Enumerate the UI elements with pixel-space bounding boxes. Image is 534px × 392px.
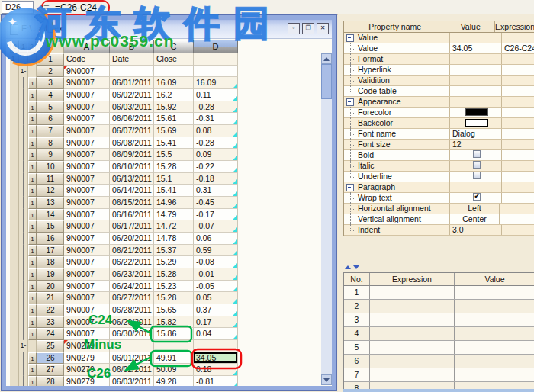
cell-date[interactable]: 06/29/2011 (110, 316, 154, 329)
property-expression[interactable] (500, 204, 534, 214)
watch-value-cell[interactable] (455, 368, 534, 381)
property-row[interactable]: Horizontal alignmentLeft (344, 204, 534, 214)
cell-d[interactable]: -0.17 (194, 209, 238, 221)
cell-close[interactable]: 50.09 (154, 364, 194, 376)
cell-close[interactable]: 15.28 (154, 161, 194, 173)
cell-code[interactable]: 9N0279 (64, 340, 110, 352)
property-value[interactable] (450, 54, 502, 64)
outline-cell[interactable] (10, 66, 19, 78)
outline-cell[interactable] (19, 328, 28, 340)
cell-date[interactable]: 06/06/2011 (110, 113, 154, 125)
outline-cell[interactable] (19, 173, 28, 185)
cell-d[interactable] (194, 340, 238, 352)
checkbox[interactable] (473, 150, 481, 158)
property-expression[interactable] (502, 193, 534, 203)
cell-date[interactable]: 06/14/2011 (110, 185, 154, 197)
cell-d[interactable] (194, 53, 238, 66)
splitter-down-icon[interactable] (353, 265, 359, 269)
property-expression[interactable] (502, 129, 534, 139)
property-row[interactable]: Code table (344, 86, 534, 97)
property-expression[interactable] (502, 150, 534, 160)
row-header[interactable]: 27 (37, 364, 64, 376)
property-value[interactable]: 34.05 (450, 43, 502, 53)
cell-code[interactable]: 9N0007 (64, 161, 110, 173)
outline-cell[interactable]: 1 (28, 256, 37, 268)
outline-cell[interactable]: 1- (19, 340, 28, 352)
outline-cell[interactable] (19, 77, 28, 89)
property-expression[interactable] (502, 54, 534, 64)
property-expression[interactable] (502, 76, 534, 85)
property-row[interactable]: Bold (344, 150, 534, 161)
outline-cell[interactable]: 1 (28, 328, 37, 340)
cell-date[interactable]: 06/22/2011 (110, 256, 154, 268)
cell-date[interactable]: 06/27/2011 (110, 292, 154, 304)
row-header[interactable]: 11 (37, 173, 64, 185)
outline-cell[interactable] (19, 233, 28, 245)
cell-date[interactable]: 06/15/2011 (110, 197, 154, 209)
watch-expression-cell[interactable] (370, 341, 455, 354)
outline-cell[interactable] (19, 161, 28, 173)
collapse-control[interactable] (344, 182, 356, 192)
outline-cell[interactable]: 1 (28, 304, 37, 316)
cell-d[interactable]: -0.22 (194, 161, 238, 173)
outline-cell[interactable] (10, 340, 19, 352)
cell-d[interactable]: -0.08 (194, 256, 238, 268)
property-name-header[interactable]: Property name (344, 21, 446, 32)
property-row[interactable]: Backcolor (344, 118, 534, 129)
property-row[interactable]: Italic (344, 161, 534, 172)
outline-cell[interactable]: 1 (28, 101, 37, 114)
outline-cell[interactable] (10, 245, 19, 257)
cell-code[interactable]: 9N0007 (64, 304, 110, 316)
outline-cell[interactable] (10, 352, 19, 365)
property-value[interactable] (450, 161, 502, 171)
cell-close[interactable]: 14.78 (154, 233, 194, 245)
cell-code[interactable]: 9N0279 (64, 364, 110, 376)
outline-cell[interactable] (19, 256, 28, 268)
cell-close[interactable]: 15.61 (154, 113, 194, 125)
property-expression-header[interactable]: Expression (495, 21, 534, 32)
outline-cell[interactable]: 1 (28, 149, 37, 161)
property-value[interactable] (450, 193, 502, 203)
minimize-button[interactable]: ▫ (288, 23, 300, 34)
row-header[interactable]: 9 (37, 149, 64, 161)
row-header[interactable]: 12 (37, 185, 64, 197)
scrollbar-thumb[interactable] (321, 64, 332, 99)
row-header[interactable]: 19 (37, 268, 64, 281)
outline-cell[interactable] (10, 113, 19, 125)
outline-cell[interactable] (19, 364, 28, 376)
outline-cell[interactable] (10, 256, 19, 268)
property-row[interactable]: Hyperlink (344, 65, 534, 76)
outline-cell[interactable]: 1 (28, 376, 37, 386)
cell-date[interactable]: 06/09/2011 (110, 149, 154, 161)
watch-value-header[interactable]: Value (455, 273, 534, 285)
outline-cell[interactable] (10, 281, 19, 293)
outline-cell[interactable] (19, 220, 28, 233)
property-value[interactable] (450, 65, 502, 75)
panel-splitter[interactable] (345, 265, 359, 269)
cell-code[interactable]: 9N0007 (64, 173, 110, 185)
outline-cell[interactable] (10, 268, 19, 281)
cell-d[interactable]: 0.31 (194, 185, 238, 197)
watch-row[interactable]: 5 (344, 341, 534, 355)
outline-cell[interactable] (28, 53, 37, 66)
property-value[interactable] (450, 76, 502, 85)
cell-close[interactable] (154, 340, 194, 352)
outline-cell[interactable] (10, 137, 19, 149)
cell-close[interactable]: 49.28 (154, 376, 194, 386)
property-expression[interactable] (502, 108, 534, 117)
cell-close[interactable]: 15.82 (154, 316, 194, 329)
scroll-up-icon[interactable] (321, 53, 332, 64)
watch-expression-cell[interactable] (370, 313, 455, 326)
outline-cell[interactable]: 1 (28, 233, 37, 245)
outline-cell[interactable] (19, 53, 28, 66)
cell-d[interactable]: -0.45 (194, 197, 238, 209)
column-header-b[interactable]: B (110, 40, 154, 53)
vertical-scrollbar[interactable] (321, 53, 332, 385)
watch-value-cell[interactable] (455, 355, 534, 368)
cell-d[interactable]: 0.05 (194, 292, 238, 304)
outline-cell[interactable]: 1 (28, 292, 37, 304)
watch-value-cell[interactable] (455, 313, 534, 326)
outline-cell[interactable] (10, 376, 19, 386)
cell-close[interactable]: 15.41 (154, 185, 194, 197)
outline-cell[interactable]: 1 (28, 185, 37, 197)
